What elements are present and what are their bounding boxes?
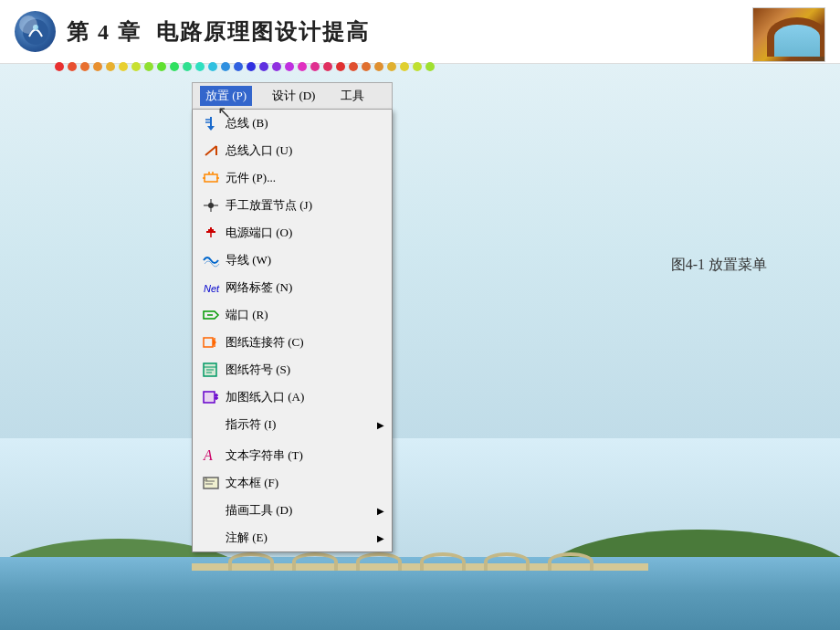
- menu-item-wire[interactable]: 导线 (W): [193, 247, 392, 274]
- bridge-arch-1: [228, 552, 274, 571]
- bus-icon: [200, 113, 222, 133]
- menu-item-component-label: 元件 (P)...: [226, 170, 384, 186]
- bridge-arch-6: [548, 552, 593, 571]
- dot-12: [195, 62, 205, 71]
- addsheet-icon: [200, 387, 222, 407]
- menu-item-directive-label: 指示符 (I): [226, 416, 377, 433]
- svg-point-16: [208, 203, 214, 208]
- menu-item-textstring-label: 文本字符串 (T): [226, 447, 384, 464]
- svg-text:Net: Net: [204, 283, 220, 294]
- textstring-icon: A: [200, 446, 222, 466]
- bridge: [192, 552, 648, 580]
- dot-25: [362, 62, 371, 71]
- bridge-arch-4: [420, 552, 466, 571]
- sheetsym-icon: [200, 360, 222, 380]
- dot-22: [323, 62, 332, 71]
- menu-item-component[interactable]: 元件 (P)...: [193, 164, 392, 192]
- dot-19: [285, 62, 294, 71]
- menu-item-netlabel-label: 网络标签 (N): [226, 279, 384, 296]
- sheetconn-icon: [200, 332, 222, 352]
- bridge-arch-3: [356, 552, 402, 571]
- dot-26: [374, 62, 383, 71]
- dot-29: [413, 62, 422, 71]
- dot-4: [93, 62, 102, 71]
- dot-28: [400, 62, 409, 71]
- menu-item-drawtool-label: 描画工具 (D): [226, 502, 377, 519]
- dot-2: [68, 62, 77, 71]
- svg-point-0: [23, 19, 48, 45]
- dot-6: [119, 62, 128, 71]
- menu-bar-place[interactable]: 放置 (P): [200, 86, 252, 106]
- arch-rock-image: [752, 7, 825, 62]
- menu-item-wire-label: 导线 (W): [226, 252, 384, 268]
- annotation-submenu-arrow: ▶: [377, 533, 384, 543]
- menu-item-annotation[interactable]: 注解 (E) ▶: [193, 524, 392, 551]
- bus-entry-icon: [200, 141, 222, 161]
- menu-item-port-label: 端口 (R): [226, 307, 384, 323]
- netlabel-icon: Net: [200, 278, 222, 298]
- menu-item-sheetsym[interactable]: 图纸符号 (S): [193, 356, 392, 383]
- menu-item-sheetconn-label: 图纸连接符 (C): [226, 334, 384, 351]
- menu-area: 放置 (P) 设计 (D) 工具 ↖ 总线 (B): [192, 82, 393, 552]
- svg-marker-3: [207, 126, 215, 131]
- component-icon: [200, 168, 222, 188]
- dot-13: [208, 62, 217, 71]
- dot-27: [387, 62, 396, 71]
- dot-3: [80, 62, 89, 71]
- textframe-icon: A: [200, 473, 222, 493]
- menu-item-annotation-label: 注解 (E): [226, 530, 377, 546]
- dot-decoration: [55, 62, 435, 71]
- menu-item-textstring[interactable]: A 文本字符串 (T): [193, 442, 392, 469]
- dot-16: [247, 62, 256, 71]
- port-icon: [200, 305, 222, 325]
- menu-item-bus[interactable]: 总线 (B): [193, 110, 392, 137]
- bottom-landscape: [0, 438, 840, 630]
- menu-bar-tools[interactable]: 工具: [335, 86, 370, 106]
- dot-18: [272, 62, 281, 71]
- dot-14: [221, 62, 230, 71]
- dot-7: [131, 62, 141, 71]
- menu-item-drawtool[interactable]: 描画工具 (D) ▶: [193, 497, 392, 524]
- dot-9: [157, 62, 166, 71]
- caption-text: 图4-1 放置菜单: [671, 257, 767, 272]
- dot-8: [144, 62, 153, 71]
- page-subtitle: 电路原理图设计提高: [156, 17, 370, 47]
- svg-text:A: A: [203, 447, 213, 463]
- menu-item-bus-entry-label: 总线入口 (U): [226, 142, 384, 159]
- menu-item-junction[interactable]: 手工放置节点 (J): [193, 192, 392, 219]
- menu-item-power[interactable]: 电源端口 (O): [193, 219, 392, 247]
- menu-item-addsheet-label: 加图纸入口 (A): [226, 389, 384, 405]
- dropdown-menu: 总线 (B) 总线入口 (U): [192, 110, 393, 552]
- arch-rock-graphic: [753, 8, 824, 61]
- directive-submenu-arrow: ▶: [377, 420, 384, 430]
- dot-15: [234, 62, 243, 71]
- dot-30: [425, 62, 435, 71]
- menu-item-addsheet[interactable]: 加图纸入口 (A): [193, 383, 392, 411]
- bridge-arch-2: [292, 552, 338, 571]
- dot-1: [55, 62, 64, 71]
- dot-17: [259, 62, 268, 71]
- power-icon: [200, 223, 222, 243]
- directive-icon: [200, 415, 222, 435]
- figure-caption: 图4-1 放置菜单: [671, 256, 767, 275]
- dot-23: [336, 62, 345, 71]
- drawtool-icon: [200, 500, 222, 520]
- svg-point-1: [33, 25, 38, 30]
- menu-bar-design[interactable]: 设计 (D): [267, 86, 320, 106]
- header: 第 4 章 电路原理图设计提高: [0, 0, 840, 64]
- menu-item-netlabel[interactable]: Net 网络标签 (N): [193, 274, 392, 301]
- bridge-arch-5: [484, 552, 530, 571]
- dot-11: [183, 62, 192, 71]
- dot-20: [298, 62, 307, 71]
- menu-item-port[interactable]: 端口 (R): [193, 301, 392, 329]
- menu-item-textframe-label: 文本框 (F): [226, 475, 384, 491]
- dot-24: [349, 62, 358, 71]
- annotation-icon: [200, 528, 222, 548]
- menu-item-directive[interactable]: 指示符 (I) ▶: [193, 411, 392, 438]
- menu-item-bus-entry[interactable]: 总线入口 (U): [193, 137, 392, 164]
- menu-item-textframe[interactable]: A 文本框 (F): [193, 469, 392, 497]
- wire-icon: [200, 250, 222, 270]
- menu-item-bus-label: 总线 (B): [226, 115, 384, 131]
- menu-item-junction-label: 手工放置节点 (J): [226, 197, 384, 214]
- menu-item-sheetconn[interactable]: 图纸连接符 (C): [193, 329, 392, 356]
